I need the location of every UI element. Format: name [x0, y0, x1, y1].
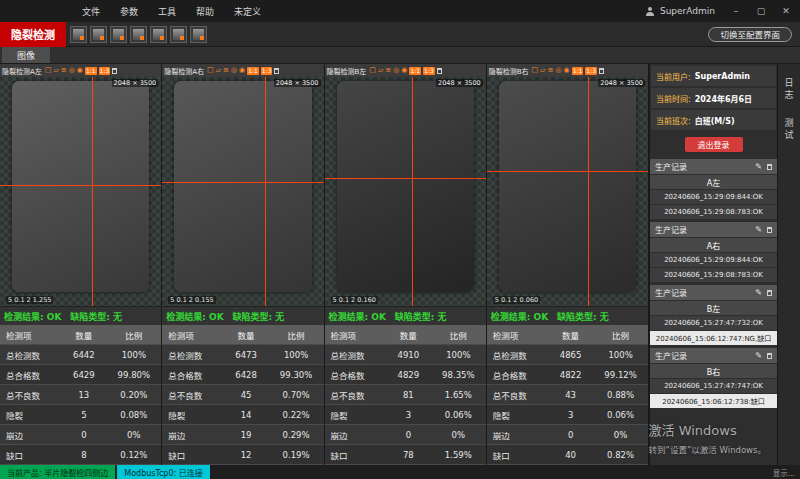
record-section-header: 生产记录✎: [650, 159, 777, 174]
stats-cell: 0.20%: [106, 390, 161, 400]
shape-roi-icon[interactable]: ▱: [53, 67, 58, 74]
delete-image-icon[interactable]: [112, 68, 117, 74]
eye-icon[interactable]: ◉: [564, 67, 570, 74]
circle-roi-icon[interactable]: ◎: [555, 67, 561, 74]
list-icon[interactable]: ≡: [223, 67, 229, 74]
resolution-label: 2048 × 3500: [112, 79, 159, 87]
stats-header-cell: 检测项: [0, 329, 61, 341]
shape-roi-icon[interactable]: ▱: [378, 67, 383, 74]
layers-icon[interactable]: [170, 26, 187, 43]
camera-image[interactable]: 2048 × 35005 0.1 2 0.155: [162, 77, 323, 306]
logout-button[interactable]: 退出登录: [685, 137, 743, 152]
circle-roi-icon[interactable]: ◎: [69, 67, 75, 74]
app-window: 文件参数工具帮助未定义 SuperAdmin 隐裂检测 切换至配置界面 图像 隐…: [0, 0, 800, 479]
stats-cell: 0%: [106, 430, 161, 440]
record-row[interactable]: 20240606_15:29:09:844:OK: [650, 253, 777, 267]
minimize-icon[interactable]: [726, 0, 746, 22]
record-row[interactable]: 20240606_15:06:12:747:NG,缺口: [650, 331, 777, 345]
camera-image[interactable]: 2048 × 35005 0.1 2 1.255: [0, 77, 161, 306]
stats-cell: 总检测数: [325, 349, 386, 361]
delete-records-icon[interactable]: [767, 353, 772, 359]
delete-records-icon[interactable]: [767, 290, 772, 296]
camera-label: A左: [650, 175, 777, 189]
record-section-icons: ✎: [755, 288, 772, 297]
stats-cell: 缺口: [487, 449, 548, 461]
menu-item[interactable]: 文件: [72, 0, 110, 22]
scale-label: 5 0.1 2 0.155: [168, 296, 215, 304]
record-row[interactable]: 20240606_15:29:08:783:OK: [650, 205, 777, 219]
edit-icon[interactable]: ✎: [755, 351, 762, 360]
thumbnail-grid-icon[interactable]: [70, 26, 87, 43]
info-value: 白班(M/S): [695, 115, 735, 126]
switch-to-config-button[interactable]: 切换至配置界面: [708, 27, 792, 42]
list-icon[interactable]: ≡: [385, 67, 391, 74]
stats-row: 崩边00%: [487, 425, 648, 445]
side-tab[interactable]: 日志: [783, 74, 796, 106]
rect-roi-icon[interactable]: □: [369, 67, 376, 74]
stats-header-cell: 比例: [593, 329, 648, 341]
delete-records-icon[interactable]: [767, 227, 772, 233]
stats-cell: 总合格数: [0, 369, 61, 381]
record-row[interactable]: 20240606_15:29:09:844:OK: [650, 190, 777, 204]
menu-item[interactable]: 帮助: [186, 0, 224, 22]
zoom-preset-badge[interactable]: 1:3: [423, 67, 435, 75]
shape-roi-icon[interactable]: ▱: [540, 67, 545, 74]
delete-image-icon[interactable]: [274, 68, 279, 74]
menu-item[interactable]: 参数: [110, 0, 148, 22]
glass-sheet: [12, 81, 149, 292]
stats-cell: 0%: [431, 430, 486, 440]
right-sidebar: 当前用户:SuperAdmin当前时间:2024年6月6日当前班次:白班(M/S…: [649, 64, 777, 465]
zoom-preset-badge[interactable]: 1:3: [261, 67, 273, 75]
record-row[interactable]: 20240606_15:29:08:783:OK: [650, 268, 777, 282]
crosshair-vertical: [412, 77, 413, 306]
save-icon[interactable]: [90, 26, 107, 43]
camera-b-icon[interactable]: [130, 26, 147, 43]
zoom-preset-badge[interactable]: 1:1: [85, 67, 97, 75]
record-row[interactable]: 20240606_15:27:47:732:OK: [650, 316, 777, 330]
inspection-panel: 隐裂检测A左□▱≡◎◉1:11:32048 × 35005 0.1 2 1.25…: [0, 64, 162, 465]
edit-icon[interactable]: ✎: [755, 225, 762, 234]
camera-a-icon[interactable]: [110, 26, 127, 43]
menu-item[interactable]: 未定义: [224, 0, 271, 22]
delete-records-icon[interactable]: [767, 164, 772, 170]
list-icon[interactable]: ≡: [548, 67, 554, 74]
zoom-preset-badge[interactable]: 1:3: [99, 67, 111, 75]
tab-image[interactable]: 图像: [2, 47, 50, 63]
stats-table: 检测项数量比例总检测数4910100%总合格数482998.35%总不良数811…: [325, 325, 486, 465]
stats-table: 检测项数量比例总检测数4865100%总合格数482299.12%总不良数430…: [487, 325, 648, 465]
zoom-preset-badge[interactable]: 1:1: [572, 67, 584, 75]
circle-roi-icon[interactable]: ◎: [231, 67, 237, 74]
edit-icon[interactable]: ✎: [755, 162, 762, 171]
camera-c-icon[interactable]: [150, 26, 167, 43]
delete-image-icon[interactable]: [599, 68, 604, 74]
delete-image-icon[interactable]: [437, 68, 442, 74]
stats-cell: 崩边: [487, 429, 548, 441]
side-tab[interactable]: 测试: [783, 114, 796, 146]
rect-roi-icon[interactable]: □: [532, 67, 539, 74]
eye-icon[interactable]: ◉: [77, 67, 83, 74]
stats-cell: 4822: [548, 370, 593, 380]
list-icon[interactable]: ≡: [61, 67, 67, 74]
stats-cell: 43: [548, 390, 593, 400]
record-row[interactable]: 20240606_15:06:12:738:缺口: [650, 394, 777, 408]
zoom-preset-badge[interactable]: 1:1: [247, 67, 259, 75]
edit-icon[interactable]: ✎: [755, 288, 762, 297]
maximize-icon[interactable]: [751, 0, 771, 22]
shape-roi-icon[interactable]: ▱: [216, 67, 221, 74]
stats-row: 总合格数482998.35%: [325, 365, 486, 385]
eye-icon[interactable]: ◉: [239, 67, 245, 74]
record-row[interactable]: 20240606_15:27:47:747:OK: [650, 379, 777, 393]
camera-image[interactable]: 2048 × 35005 0.1 2 0.160: [325, 77, 486, 306]
menu-item[interactable]: 工具: [148, 0, 186, 22]
stats-cell: 隐裂: [0, 409, 61, 421]
rect-roi-icon[interactable]: □: [207, 67, 214, 74]
close-icon[interactable]: [776, 0, 796, 22]
circle-roi-icon[interactable]: ◎: [393, 67, 399, 74]
rect-roi-icon[interactable]: □: [45, 67, 52, 74]
search-report-icon[interactable]: [190, 26, 207, 43]
zoom-preset-badge[interactable]: 1:1: [409, 67, 421, 75]
tab-bar: 图像: [0, 47, 800, 64]
camera-image[interactable]: 2048 × 35005 0.1 2 0.060: [487, 77, 648, 306]
zoom-preset-badge[interactable]: 1:3: [585, 67, 597, 75]
eye-icon[interactable]: ◉: [401, 67, 407, 74]
